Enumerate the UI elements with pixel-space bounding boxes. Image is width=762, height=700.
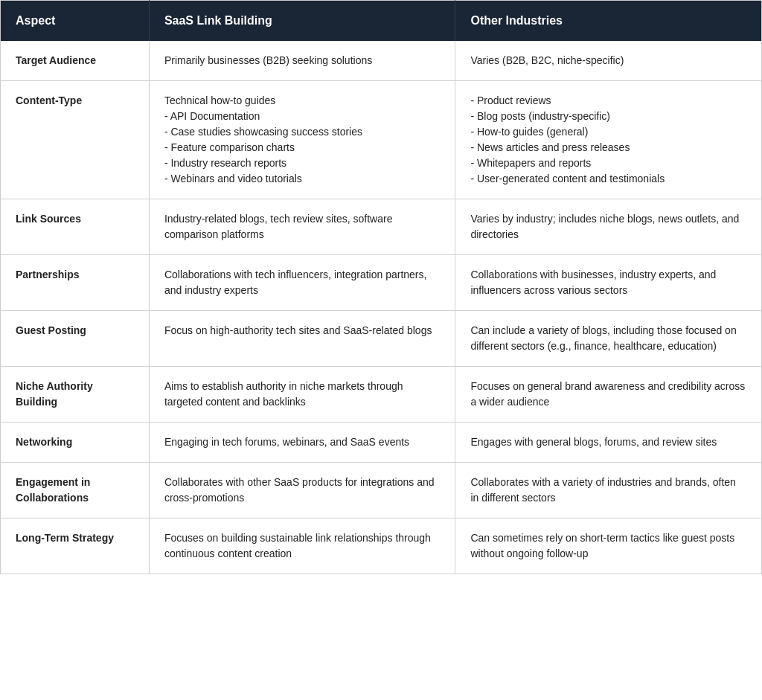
cell-other: - Product reviews- Blog posts (industry-… bbox=[455, 81, 762, 199]
cell-saas: Engaging in tech forums, webinars, and S… bbox=[149, 423, 455, 463]
cell-saas: Industry-related blogs, tech review site… bbox=[149, 199, 455, 255]
cell-aspect: Target Audience bbox=[1, 41, 150, 81]
cell-aspect: Networking bbox=[1, 423, 150, 463]
table-row: Link SourcesIndustry-related blogs, tech… bbox=[1, 199, 762, 255]
cell-saas: Focus on high-authority tech sites and S… bbox=[149, 311, 455, 367]
header-saas: SaaS Link Building bbox=[149, 1, 455, 42]
cell-aspect: Partnerships bbox=[1, 255, 150, 311]
table-row: Long-Term StrategyFocuses on building su… bbox=[1, 518, 762, 574]
cell-other: Varies (B2B, B2C, niche-specific) bbox=[455, 41, 762, 81]
cell-other: Can sometimes rely on short-term tactics… bbox=[455, 518, 762, 574]
cell-other: Collaborates with a variety of industrie… bbox=[455, 463, 762, 518]
header-aspect: Aspect bbox=[1, 1, 150, 42]
cell-other: Focuses on general brand awareness and c… bbox=[455, 367, 762, 423]
cell-aspect: Content-Type bbox=[1, 81, 150, 199]
cell-saas: Aims to establish authority in niche mar… bbox=[149, 367, 455, 423]
cell-aspect: Long-Term Strategy bbox=[1, 518, 150, 574]
cell-other: Varies by industry; includes niche blogs… bbox=[455, 199, 762, 255]
cell-saas: Technical how-to guides- API Documentati… bbox=[149, 81, 455, 199]
cell-other: Collaborations with businesses, industry… bbox=[455, 255, 762, 311]
cell-other: Engages with general blogs, forums, and … bbox=[455, 423, 762, 463]
cell-saas: Primarily businesses (B2B) seeking solut… bbox=[149, 41, 455, 81]
cell-aspect: Engagement in Collaborations bbox=[1, 463, 150, 518]
table-row: Target AudiencePrimarily businesses (B2B… bbox=[1, 41, 762, 81]
cell-aspect: Niche Authority Building bbox=[1, 367, 150, 423]
header-other: Other Industries bbox=[455, 1, 762, 42]
comparison-table-container: Aspect SaaS Link Building Other Industri… bbox=[0, 0, 762, 574]
cell-aspect: Guest Posting bbox=[1, 311, 150, 367]
table-row: Niche Authority BuildingAims to establis… bbox=[1, 367, 762, 423]
table-row: Guest PostingFocus on high-authority tec… bbox=[1, 311, 762, 367]
cell-saas: Collaborations with tech influencers, in… bbox=[149, 255, 455, 311]
table-header-row: Aspect SaaS Link Building Other Industri… bbox=[1, 1, 762, 42]
table-row: PartnershipsCollaborations with tech inf… bbox=[1, 255, 762, 311]
cell-other: Can include a variety of blogs, includin… bbox=[455, 311, 762, 367]
cell-saas: Focuses on building sustainable link rel… bbox=[149, 518, 455, 574]
table-row: NetworkingEngaging in tech forums, webin… bbox=[1, 423, 762, 463]
cell-saas: Collaborates with other SaaS products fo… bbox=[149, 463, 455, 518]
cell-aspect: Link Sources bbox=[1, 199, 150, 255]
table-row: Engagement in CollaborationsCollaborates… bbox=[1, 463, 762, 518]
comparison-table: Aspect SaaS Link Building Other Industri… bbox=[0, 0, 762, 574]
table-row: Content-TypeTechnical how-to guides- API… bbox=[1, 81, 762, 199]
